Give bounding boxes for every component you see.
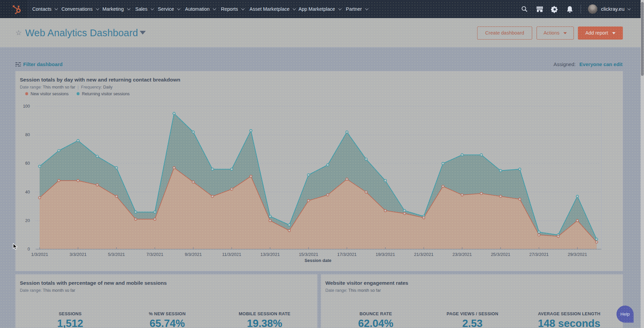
svg-text:20: 20	[25, 218, 30, 223]
svg-text:0: 0	[28, 247, 30, 252]
svg-text:15/3/2021: 15/3/2021	[299, 252, 318, 257]
svg-text:29/3/2021: 29/3/2021	[568, 252, 587, 257]
svg-text:21/3/2021: 21/3/2021	[414, 252, 433, 257]
svg-text:Session date: Session date	[305, 258, 331, 263]
svg-text:19/3/2021: 19/3/2021	[376, 252, 395, 257]
svg-text:9/3/2021: 9/3/2021	[185, 252, 202, 257]
svg-text:80: 80	[25, 132, 30, 137]
svg-text:17/3/2021: 17/3/2021	[337, 252, 357, 257]
svg-text:60: 60	[25, 161, 30, 166]
svg-text:27/3/2021: 27/3/2021	[529, 252, 549, 257]
svg-text:25/3/2021: 25/3/2021	[491, 252, 510, 257]
svg-text:3/3/2021: 3/3/2021	[70, 252, 87, 257]
svg-text:23/3/2021: 23/3/2021	[452, 252, 472, 257]
svg-text:1/3/2021: 1/3/2021	[31, 252, 48, 257]
svg-text:13/3/2021: 13/3/2021	[260, 252, 280, 257]
svg-text:5/3/2021: 5/3/2021	[108, 252, 125, 257]
svg-text:100: 100	[23, 104, 30, 109]
svg-text:11/3/2021: 11/3/2021	[222, 252, 241, 257]
svg-text:40: 40	[25, 190, 30, 195]
svg-text:7/3/2021: 7/3/2021	[146, 252, 164, 257]
